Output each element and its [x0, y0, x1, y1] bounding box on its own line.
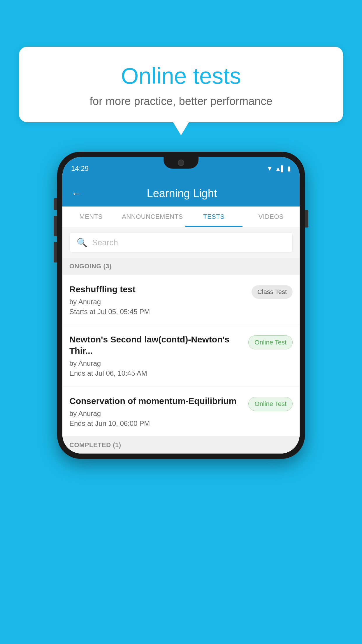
test-info: Reshuffling test by Anurag Starts at Jul… — [69, 284, 246, 316]
test-date: Starts at Jul 05, 05:45 PM — [69, 308, 246, 316]
test-author: by Anurag — [69, 359, 242, 368]
signal-icon: ▲▌ — [275, 165, 285, 172]
test-info: Conservation of momentum-Equilibrium by … — [69, 395, 242, 428]
test-info: Newton's Second law(contd)-Newton's Thir… — [69, 334, 242, 377]
phone-side-button-power — [305, 210, 308, 228]
test-badge-online: Online Test — [248, 335, 293, 349]
test-author: by Anurag — [69, 298, 246, 306]
phone-screen: 14:29 ▼ ▲▌ ▮ ← Learning Light MENTS ANNO… — [62, 157, 300, 454]
phone-side-button-silent — [54, 198, 57, 210]
phone-side-button-vol-up — [54, 216, 57, 236]
phone-camera — [178, 160, 184, 166]
phone-container: 14:29 ▼ ▲▌ ▮ ← Learning Light MENTS ANNO… — [57, 152, 305, 459]
status-icons: ▼ ▲▌ ▮ — [266, 165, 291, 172]
phone-side-button-vol-down — [54, 242, 57, 262]
test-author: by Anurag — [69, 410, 242, 418]
status-bar: 14:29 ▼ ▲▌ ▮ — [62, 157, 300, 180]
test-name: Reshuffling test — [69, 284, 246, 295]
ongoing-section-header: ONGOING (3) — [62, 258, 300, 275]
ongoing-label: ONGOING (3) — [69, 262, 112, 270]
tab-videos[interactable]: VIDEOS — [242, 206, 300, 227]
tab-announcements[interactable]: ANNOUNCEMENTS — [120, 206, 185, 227]
test-badge-class: Class Test — [252, 285, 293, 299]
status-time: 14:29 — [71, 164, 89, 173]
tab-ments[interactable]: MENTS — [62, 206, 120, 227]
completed-label: COMPLETED (1) — [69, 441, 121, 449]
bubble-title: Online tests — [36, 63, 326, 89]
completed-section-header: COMPLETED (1) — [62, 437, 300, 454]
tabs-container: MENTS ANNOUNCEMENTS TESTS VIDEOS — [62, 206, 300, 227]
battery-icon: ▮ — [287, 165, 291, 172]
test-item[interactable]: Conservation of momentum-Equilibrium by … — [62, 386, 300, 437]
tests-list: Reshuffling test by Anurag Starts at Jul… — [62, 275, 300, 437]
test-badge-online-2: Online Test — [248, 397, 293, 411]
search-container: 🔍 Search — [62, 227, 300, 258]
app-title: Learning Light — [90, 187, 273, 200]
phone-frame: 14:29 ▼ ▲▌ ▮ ← Learning Light MENTS ANNO… — [57, 152, 305, 459]
test-item[interactable]: Reshuffling test by Anurag Starts at Jul… — [62, 275, 300, 325]
test-item[interactable]: Newton's Second law(contd)-Newton's Thir… — [62, 325, 300, 386]
test-date: Ends at Jun 10, 06:00 PM — [69, 419, 242, 428]
search-input[interactable]: Search — [92, 238, 118, 247]
back-button[interactable]: ← — [71, 187, 82, 200]
search-bar[interactable]: 🔍 Search — [69, 232, 293, 253]
test-date: Ends at Jul 06, 10:45 AM — [69, 369, 242, 377]
wifi-icon: ▼ — [266, 165, 273, 172]
search-icon: 🔍 — [77, 237, 87, 248]
bubble-subtitle: for more practice, better performance — [36, 95, 326, 108]
speech-bubble-container: Online tests for more practice, better p… — [19, 47, 343, 122]
speech-bubble: Online tests for more practice, better p… — [19, 47, 343, 122]
test-name: Conservation of momentum-Equilibrium — [69, 395, 242, 407]
tab-tests[interactable]: TESTS — [185, 206, 242, 227]
app-header: ← Learning Light — [62, 180, 300, 206]
phone-notch — [164, 157, 198, 169]
test-name: Newton's Second law(contd)-Newton's Thir… — [69, 334, 242, 356]
